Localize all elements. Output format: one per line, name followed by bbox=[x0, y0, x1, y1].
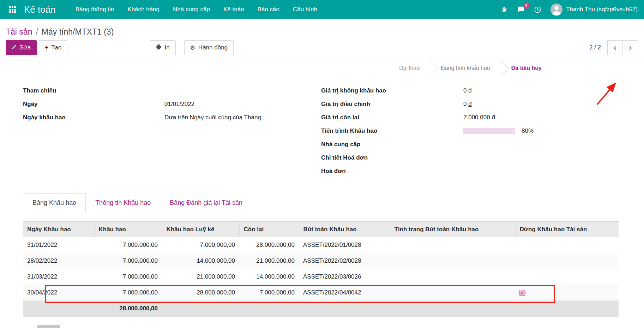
field-value-adjustment[interactable]: 0 đ bbox=[458, 97, 619, 111]
menu-customers[interactable]: Khách hàng bbox=[127, 6, 160, 13]
pager-previous-button[interactable]: ‹ bbox=[607, 40, 623, 55]
field-value-date[interactable]: 01/01/2022 bbox=[164, 101, 321, 108]
menu-dashboard[interactable]: Bảng thông tin bbox=[76, 6, 114, 13]
currency-symbol: đ bbox=[468, 87, 471, 94]
create-button[interactable]: + Tạo bbox=[39, 40, 67, 55]
table-header-row: Ngày Khấu hao Khấu hao Khấu hao Luỹ kế C… bbox=[23, 222, 619, 237]
asset-form: Tham chiếu Ngày 01/01/2022 Ngày khấu hao… bbox=[23, 76, 619, 178]
table-row[interactable]: 31/03/2022 7.000.000,00 21.000.000,00 14… bbox=[23, 269, 619, 285]
field-value-depreciation-date[interactable]: Dựa trên Ngày cuối cùng của Tháng bbox=[164, 114, 321, 121]
status-step-disposed[interactable]: Đã tiêu huỷ bbox=[501, 60, 552, 76]
menu-vendors[interactable]: Nhà cung cấp bbox=[173, 6, 210, 13]
progress-percent: 80% bbox=[522, 127, 534, 135]
col-header-remaining[interactable]: Còn lại bbox=[239, 222, 299, 237]
breadcrumb-parent-link[interactable]: Tài sản bbox=[6, 27, 32, 37]
chevron-right-icon: › bbox=[629, 43, 632, 53]
pager-counter: 2 / 2 bbox=[589, 44, 601, 51]
field-label-vendor: Nhà cung cấp bbox=[321, 141, 458, 148]
breadcrumb-separator: / bbox=[36, 27, 38, 37]
horizontal-scrollbar[interactable] bbox=[37, 325, 60, 328]
pager-next-button[interactable]: › bbox=[623, 40, 638, 55]
col-header-stop-depreciation[interactable]: Dừng Khấu hao Tài sản bbox=[515, 222, 619, 237]
menu-reports[interactable]: Báo cáo bbox=[258, 6, 279, 13]
check-icon: ✓ bbox=[520, 290, 524, 296]
field-value-residual[interactable]: 7.000.000 đ bbox=[458, 111, 619, 124]
main-menu: Bảng thông tin Khách hàng Nhà cung cấp K… bbox=[76, 6, 317, 13]
user-menu[interactable]: Thanh Thu (sqfzp6vsuh57) bbox=[550, 4, 638, 16]
table-row[interactable]: 28/02/2022 7.000.000,00 14.000.000,00 21… bbox=[23, 253, 619, 269]
field-value-non-depreciable[interactable]: 0 đ bbox=[458, 84, 619, 97]
action-button[interactable]: ⚙ Hành động bbox=[184, 40, 234, 55]
tab-depreciation-board[interactable]: Bảng Khấu hao bbox=[23, 193, 86, 212]
notebook-tabs: Bảng Khấu hao Thông tin Khấu hao Bảng Đá… bbox=[23, 193, 619, 212]
currency-symbol: đ bbox=[492, 114, 495, 121]
stop-depreciation-checkbox[interactable]: ✓ bbox=[519, 290, 525, 296]
field-label-date: Ngày bbox=[23, 101, 164, 108]
status-step-draft[interactable]: Dự thảo bbox=[389, 60, 430, 76]
breadcrumb: Tài sản / Máy tính/MTXT1 (3) bbox=[6, 19, 638, 38]
debug-bug-icon[interactable] bbox=[501, 6, 508, 13]
col-header-entry-status[interactable]: Tình trạng Bút toán Khấu hao bbox=[390, 222, 515, 237]
col-header-cumulative[interactable]: Khấu hao Luỹ kế bbox=[162, 222, 239, 237]
user-avatar bbox=[550, 4, 562, 16]
chevron-left-icon: ‹ bbox=[614, 43, 616, 53]
table-footer-row: 28.000.000,00 bbox=[23, 301, 619, 317]
field-label-bill-line: Chi tiết Hoá đơn bbox=[321, 154, 458, 161]
tab-asset-revaluation[interactable]: Bảng Đánh giá lại Tài sản bbox=[160, 193, 252, 212]
field-label-residual: Giá trị còn lại bbox=[321, 114, 458, 121]
pencil-icon bbox=[12, 44, 17, 51]
table-row-highlighted[interactable]: 30/04/2022 7.000.000,00 28.000.000,00 7.… bbox=[23, 285, 619, 301]
message-count-badge: 4 bbox=[523, 2, 529, 9]
col-header-date[interactable]: Ngày Khấu hao bbox=[23, 222, 94, 237]
field-label-progress: Tiến trình Khấu hao bbox=[321, 127, 458, 135]
breadcrumb-current: Máy tính/MTXT1 (3) bbox=[42, 27, 114, 37]
apps-menu-button[interactable] bbox=[6, 4, 18, 16]
depreciation-table: Ngày Khấu hao Khấu hao Khấu hao Luỹ kế C… bbox=[23, 221, 619, 317]
depreciation-progress: 80% bbox=[458, 124, 619, 138]
user-name: Thanh Thu (sqfzp6vsuh57) bbox=[566, 6, 638, 13]
field-value-vendor[interactable] bbox=[458, 138, 619, 151]
field-label-bill: Hoá đơn bbox=[321, 168, 458, 175]
currency-symbol: đ bbox=[468, 101, 471, 108]
field-value-bill-line[interactable] bbox=[458, 151, 619, 165]
col-header-amount[interactable]: Khấu hao bbox=[94, 222, 162, 237]
activities-clock-icon[interactable] bbox=[534, 6, 541, 13]
app-title[interactable]: Kế toán bbox=[24, 4, 56, 15]
table-row[interactable]: 31/01/2022 7.000.000,00 7.000.000,00 28.… bbox=[23, 237, 619, 253]
field-label-reference: Tham chiếu bbox=[23, 87, 164, 94]
field-label-depreciation-date: Ngày khấu hao bbox=[23, 114, 164, 121]
field-value-bill[interactable] bbox=[458, 165, 619, 178]
status-step-running[interactable]: Đang tính khấu hao bbox=[430, 60, 501, 76]
statusbar: Dự thảo Đang tính khấu hao Đã tiêu huỷ bbox=[0, 60, 644, 76]
tab-depreciation-info[interactable]: Thông tin Khấu hao bbox=[86, 193, 160, 212]
plus-icon: + bbox=[45, 44, 48, 51]
messages-icon[interactable]: 4 bbox=[517, 6, 525, 13]
gear-icon: ⚙ bbox=[190, 44, 195, 52]
menu-configuration[interactable]: Cấu hình bbox=[293, 6, 317, 13]
print-button[interactable]: In bbox=[150, 40, 175, 55]
progressbar-track bbox=[463, 128, 515, 134]
col-header-entry[interactable]: Bút toán Khấu hao bbox=[299, 222, 390, 237]
top-navbar: Kế toán Bảng thông tin Khách hàng Nhà cu… bbox=[0, 0, 644, 19]
field-label-adjustment: Giá trị điều chỉnh bbox=[321, 101, 458, 108]
apps-grid-icon bbox=[9, 6, 16, 13]
field-label-non-depreciable: Giá trị không khấu hao bbox=[321, 87, 458, 94]
edit-button[interactable]: Sửa bbox=[6, 40, 37, 55]
menu-accounting[interactable]: Kế toán bbox=[223, 6, 244, 13]
footer-total: 28.000.000,00 bbox=[94, 301, 162, 317]
printer-icon bbox=[156, 44, 162, 52]
